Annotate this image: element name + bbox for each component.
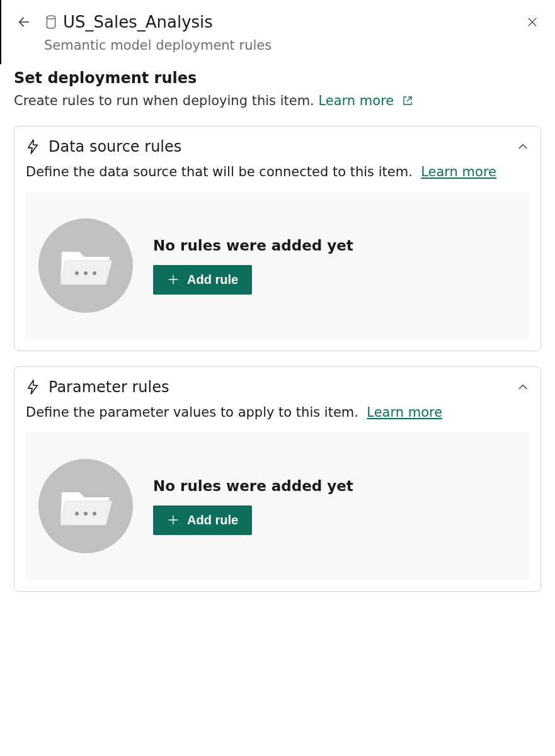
arrow-left-icon xyxy=(17,15,31,29)
chevron-up-icon xyxy=(517,140,529,153)
empty-message: No rules were added yet xyxy=(153,478,353,494)
close-icon xyxy=(526,16,539,28)
plus-icon xyxy=(167,273,180,286)
data-source-rules-card: Data source rules Define the data source… xyxy=(14,126,541,351)
learn-more-link[interactable]: Learn more xyxy=(318,93,413,108)
collapse-button[interactable] xyxy=(517,140,529,153)
panel-subtitle: Semantic model deployment rules xyxy=(1,34,555,64)
svg-point-7 xyxy=(84,271,88,275)
svg-point-13 xyxy=(84,512,88,516)
svg-marker-11 xyxy=(28,380,38,394)
empty-state: No rules were added yet Add rule xyxy=(26,432,529,580)
lightning-icon xyxy=(26,138,40,155)
empty-message: No rules were added yet xyxy=(153,237,353,254)
empty-folder-icon xyxy=(38,218,133,313)
learn-more-link[interactable]: Learn more xyxy=(367,405,442,420)
learn-more-link[interactable]: Learn more xyxy=(421,164,496,179)
svg-line-4 xyxy=(407,97,411,101)
model-title: US_Sales_Analysis xyxy=(63,13,213,31)
lightning-icon xyxy=(26,379,40,395)
section-description: Create rules to run when deploying this … xyxy=(14,93,541,108)
card-description: Define the data source that will be conn… xyxy=(26,164,529,179)
svg-marker-5 xyxy=(28,140,38,154)
add-rule-button[interactable]: Add rule xyxy=(153,505,252,535)
svg-point-1 xyxy=(47,16,55,19)
external-link-icon xyxy=(402,95,413,106)
empty-state: No rules were added yet Add rule xyxy=(26,192,529,339)
card-title: Data source rules xyxy=(49,138,181,155)
semantic-model-icon xyxy=(45,15,57,29)
svg-point-14 xyxy=(93,512,96,516)
parameter-rules-card: Parameter rules Define the parameter val… xyxy=(14,366,541,592)
chevron-up-icon xyxy=(517,381,529,393)
svg-point-12 xyxy=(75,512,79,516)
section-title: Set deployment rules xyxy=(14,69,541,87)
card-description: Define the parameter values to apply to … xyxy=(26,405,529,420)
back-button[interactable] xyxy=(15,13,33,31)
add-rule-button[interactable]: Add rule xyxy=(153,265,252,295)
card-title: Parameter rules xyxy=(49,378,169,396)
svg-point-6 xyxy=(75,271,79,275)
collapse-button[interactable] xyxy=(517,381,529,393)
svg-point-8 xyxy=(93,271,96,275)
plus-icon xyxy=(167,514,180,526)
empty-folder-icon xyxy=(38,459,133,553)
close-button[interactable] xyxy=(524,13,541,31)
